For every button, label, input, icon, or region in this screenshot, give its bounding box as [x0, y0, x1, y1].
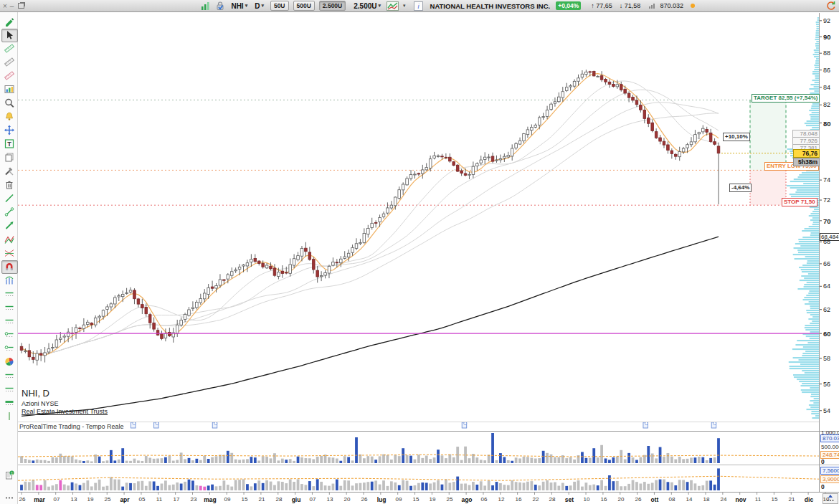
- tool-zigzag-pattern[interactable]: [1, 233, 18, 247]
- close-window-icon[interactable]: ×: [3, 2, 7, 10]
- tool-horizontal-line-5[interactable]: [1, 383, 18, 396]
- price-tick-88: 88: [823, 49, 830, 57]
- tool-pitchfork[interactable]: [1, 274, 18, 287]
- refresh-icon[interactable]: [825, 1, 836, 11]
- day-high: ↑ 77,65: [591, 2, 612, 9]
- chevron-down-icon: ▾: [245, 3, 248, 9]
- restore-window-icon[interactable]: [18, 3, 24, 9]
- tool-text[interactable]: T: [1, 138, 18, 151]
- zigzag-pattern-icon: [4, 234, 14, 246]
- tool-move[interactable]: [1, 124, 18, 138]
- units-dropdown[interactable]: 2.500U▾: [351, 2, 383, 10]
- session-countdown-label: 5h38m: [793, 158, 820, 166]
- tool-triangle-pattern[interactable]: [1, 247, 18, 260]
- chevron-down-icon[interactable]: ▾: [403, 3, 406, 9]
- tool-duplicate[interactable]: [1, 151, 18, 165]
- indicator-window-icon: [4, 84, 14, 96]
- info-icon[interactable]: i: [413, 1, 425, 11]
- instrument-group: i NATIONAL HEALTH INVESTORS INC. +0,04% …: [413, 1, 695, 11]
- chart-sector-link[interactable]: Real Estate Investment Trusts: [22, 408, 108, 415]
- range-zero-label: 0: [821, 483, 825, 490]
- tool-circle-line-2[interactable]: [1, 342, 18, 356]
- minimize-window-icon[interactable]: ‒: [10, 2, 14, 10]
- tool-zoom[interactable]: [1, 97, 18, 110]
- price-tick-58: 58: [823, 355, 830, 362]
- tool-circle-line-1[interactable]: [1, 328, 18, 342]
- signal-bars-icon[interactable]: [200, 1, 212, 11]
- ruler-pink-icon: [4, 70, 14, 82]
- tool-horizontal-line-4[interactable]: [1, 369, 18, 383]
- stop-percent-label: -4,64%: [729, 184, 752, 192]
- units-button-2500[interactable]: 2.500U: [319, 1, 346, 11]
- lock-check-icon[interactable]: [214, 1, 226, 11]
- date-label-39: 14: [682, 496, 696, 503]
- date-label-14: 21: [255, 496, 269, 503]
- date-label-41: 24: [716, 496, 731, 503]
- date-label-7: 05: [135, 496, 149, 503]
- volume-mid-label: 500.000: [821, 444, 839, 450]
- date-label-27: 06: [477, 496, 491, 503]
- tool-magnet[interactable]: [1, 260, 18, 274]
- date-label-21: lug: [374, 496, 389, 503]
- units-button-50[interactable]: 50U: [270, 1, 289, 11]
- tool-alerts[interactable]: [1, 110, 18, 124]
- date-label-25: 25: [442, 496, 457, 503]
- tools-icon: [4, 166, 14, 178]
- pitchfork-icon: [4, 275, 14, 287]
- date-label-37: ott: [648, 496, 662, 503]
- tool-color-wheel[interactable]: [1, 356, 18, 369]
- units-button-500[interactable]: 500U: [293, 1, 315, 11]
- tool-horizontal-line-1[interactable]: [1, 287, 18, 301]
- document-badge-icon: 1: [4, 470, 14, 482]
- tool-horizontal-line-thick[interactable]: [1, 396, 18, 410]
- date-label-23: 15: [409, 496, 423, 503]
- price-tick-62: 62: [823, 306, 830, 313]
- tool-arrow[interactable]: [1, 219, 18, 233]
- more-tools-icon: [4, 493, 14, 504]
- chart-style-icon[interactable]: [386, 1, 400, 11]
- instrument-name: NATIONAL HEALTH INVESTORS INC.: [430, 2, 551, 10]
- volume-zero-label: 0: [821, 458, 825, 465]
- date-label-8: 11: [152, 496, 166, 503]
- tool-draw-pencil[interactable]: [1, 15, 18, 29]
- vertical-line-icon: [4, 411, 14, 423]
- tool-trendline[interactable]: [1, 192, 18, 206]
- date-label-10: 23: [186, 496, 201, 503]
- tool-vertical-line[interactable]: [1, 410, 18, 424]
- tool-segment[interactable]: [1, 206, 18, 219]
- change-badge: +0,04%: [556, 1, 581, 10]
- timeframe-selector[interactable]: D▾: [252, 2, 266, 10]
- tool-horizontal-line-3[interactable]: [1, 315, 18, 328]
- tool-indicator-window[interactable]: [1, 83, 18, 97]
- date-label-19: 20: [340, 496, 354, 503]
- horizontal-line-1-icon: [4, 288, 14, 300]
- range-panel-bars: [18, 468, 819, 490]
- price-tick-84: 84: [823, 84, 830, 91]
- tool-ruler-gray[interactable]: [1, 56, 18, 70]
- tool-ruler-pink[interactable]: [1, 70, 18, 83]
- circle-line-1-icon: [4, 329, 14, 341]
- units-dropdown-value: 2.500U: [354, 2, 376, 10]
- tool-delete[interactable]: [1, 179, 18, 192]
- date-label-35: 20: [614, 496, 628, 503]
- text-icon: T: [4, 138, 14, 151]
- alerts-icon: [4, 111, 14, 123]
- price-tick-56: 56: [823, 381, 830, 388]
- trading-platform-window: × ‒ NHI▾ D▾ 50U 500U 2.500U 2.500U▾ ▾ i: [0, 0, 839, 504]
- circle-line-2-icon: [4, 343, 14, 355]
- tool-tools[interactable]: [1, 165, 18, 179]
- tool-document-badge[interactable]: 1: [1, 469, 18, 482]
- stop-label[interactable]: STOP 71,50: [782, 198, 817, 206]
- svg-text:1: 1: [11, 470, 13, 475]
- tool-horizontal-line-2[interactable]: [1, 301, 18, 315]
- tool-ruler-green[interactable]: [1, 42, 18, 56]
- event-markers: [131, 422, 716, 429]
- cursor-icon: [4, 29, 14, 42]
- horizontal-line-3-icon: [4, 315, 14, 328]
- symbol-selector[interactable]: NHI▾: [229, 2, 250, 10]
- tool-cursor[interactable]: [1, 29, 18, 42]
- date-label-45: 21: [785, 496, 799, 503]
- date-label-47: 10: [819, 496, 833, 503]
- target-label[interactable]: TARGET 82,55 (+7,54%): [752, 94, 820, 103]
- horizontal-line-thick-icon: [4, 397, 14, 409]
